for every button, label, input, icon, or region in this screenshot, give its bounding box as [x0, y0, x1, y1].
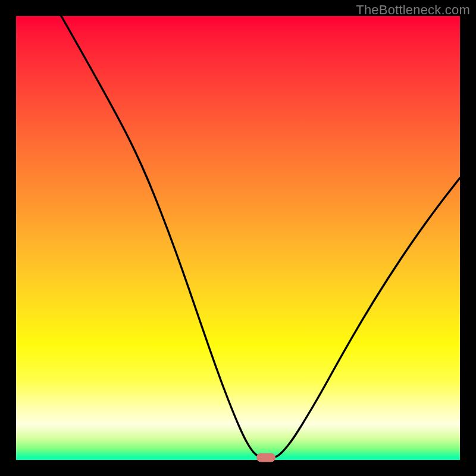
optimal-balance-marker: [256, 453, 275, 462]
plot-area: [16, 16, 460, 460]
mismatch-chart-svg: [16, 16, 460, 460]
chart-frame: TheBottleneck.com: [0, 0, 476, 476]
mismatch-curve: [61, 16, 460, 459]
watermark-text: TheBottleneck.com: [356, 2, 470, 18]
